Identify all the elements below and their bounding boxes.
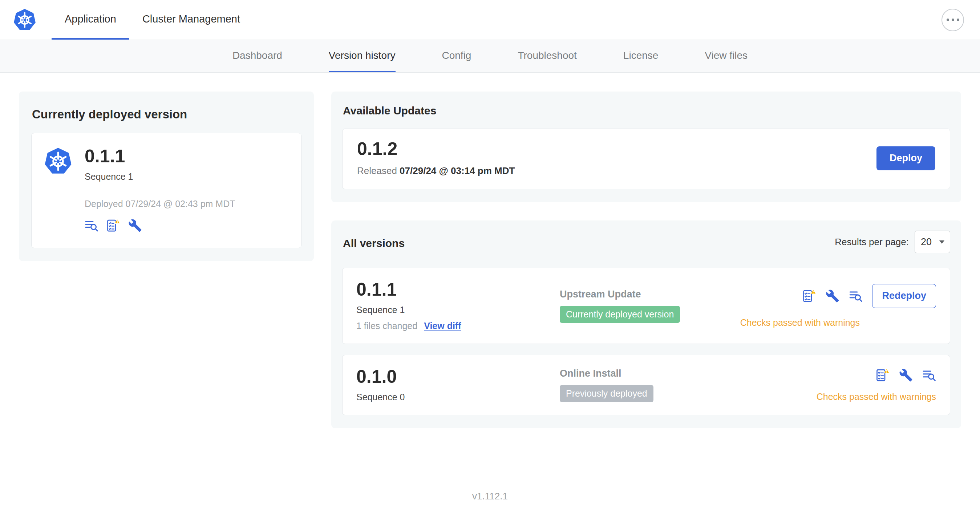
current-version-details: 0.1.1 Sequence 1 Deployed 07/29/24 @ 02:… xyxy=(84,147,235,232)
subnav-version-history[interactable]: Version history xyxy=(329,40,396,72)
status-badge: Currently deployed version xyxy=(560,306,680,323)
tab-cluster-management[interactable]: Cluster Management xyxy=(129,0,253,40)
subnav-config[interactable]: Config xyxy=(442,40,471,72)
update-released-line: Released 07/29/24 @ 03:14 pm MDT xyxy=(357,165,515,176)
current-version-title: Currently deployed version xyxy=(32,108,301,121)
row-actions: Redeploy xyxy=(802,284,936,308)
current-version-card: Currently deployed version 0.1.1 Sequenc… xyxy=(19,92,314,261)
results-per-page: Results per page: 20 xyxy=(835,231,950,253)
row-sequence: Sequence 0 xyxy=(356,392,560,402)
redeploy-button[interactable]: Redeploy xyxy=(872,284,936,308)
release-notes-icon[interactable] xyxy=(84,219,99,232)
app-logo xyxy=(13,0,36,40)
row-source-label: Online Install xyxy=(560,368,816,379)
current-version-actions xyxy=(84,219,235,232)
version-row-0-1-0: 0.1.0 Sequence 0 Online Install Previous… xyxy=(342,355,950,415)
subnav-dashboard[interactable]: Dashboard xyxy=(232,40,282,72)
right-column: Available Updates 0.1.2 Released 07/29/2… xyxy=(331,92,961,428)
top-nav: Application Cluster Management xyxy=(0,0,980,40)
row-actions-block: Redeploy Checks passed with warnings xyxy=(740,284,936,328)
config-icon[interactable] xyxy=(128,219,142,232)
more-menu-button[interactable] xyxy=(942,9,964,31)
row-version-number: 0.1.0 xyxy=(356,367,560,386)
deploy-button[interactable]: Deploy xyxy=(877,146,935,170)
row-files-line: 1 files changed View diff xyxy=(356,321,560,331)
view-diff-link[interactable]: View diff xyxy=(424,321,461,331)
update-version-number: 0.1.2 xyxy=(357,140,515,158)
preflight-checks-icon[interactable] xyxy=(107,219,120,232)
row-source-block: Upstream Update Currently deployed versi… xyxy=(560,289,740,323)
preflight-checks-icon[interactable] xyxy=(802,289,816,303)
version-row-0-1-1: 0.1.1 Sequence 1 1 files changed View di… xyxy=(342,268,950,344)
results-per-page-label: Results per page: xyxy=(835,237,909,248)
row-version-number: 0.1.1 xyxy=(356,280,560,299)
results-per-page-select-wrap: 20 xyxy=(915,231,950,253)
tab-application[interactable]: Application xyxy=(52,0,129,40)
console-version: v1.112.1 xyxy=(472,491,508,502)
kubernetes-app-icon xyxy=(44,147,72,175)
page-footer: v1.112.1 xyxy=(0,491,980,502)
row-source-block: Online Install Previously deployed xyxy=(560,368,816,402)
row-source-label: Upstream Update xyxy=(560,289,740,300)
available-updates-title: Available Updates xyxy=(343,105,950,117)
deploy-logs-icon[interactable] xyxy=(849,289,863,303)
config-icon[interactable] xyxy=(899,368,913,382)
version-rows: 0.1.1 Sequence 1 1 files changed View di… xyxy=(342,268,950,415)
available-updates-card: Available Updates 0.1.2 Released 07/29/2… xyxy=(331,92,961,202)
available-update-details: 0.1.2 Released 07/29/24 @ 03:14 pm MDT xyxy=(357,140,515,176)
status-badge: Previously deployed xyxy=(560,385,654,402)
row-actions-block: Checks passed with warnings xyxy=(816,368,936,402)
kubernetes-logo-icon xyxy=(13,8,36,32)
subnav-license[interactable]: License xyxy=(623,40,659,72)
main-content: Currently deployed version 0.1.1 Sequenc… xyxy=(0,73,980,447)
ellipsis-icon xyxy=(947,19,959,21)
top-nav-tabs: Application Cluster Management xyxy=(52,0,253,40)
all-versions-title: All versions xyxy=(343,237,405,250)
results-per-page-select[interactable]: 20 xyxy=(915,231,950,253)
all-versions-header: All versions Results per page: 20 xyxy=(342,231,950,253)
row-actions xyxy=(876,368,936,382)
current-version-number: 0.1.1 xyxy=(84,147,235,165)
current-version-inner-card: 0.1.1 Sequence 1 Deployed 07/29/24 @ 02:… xyxy=(31,133,301,248)
checks-status-text[interactable]: Checks passed with warnings xyxy=(816,391,936,402)
all-versions-card: All versions Results per page: 20 0.1.1 … xyxy=(331,221,961,428)
checks-status-text[interactable]: Checks passed with warnings xyxy=(740,318,936,328)
subnav-troubleshoot[interactable]: Troubleshoot xyxy=(518,40,576,72)
released-date: 07/29/24 @ 03:14 pm MDT xyxy=(399,165,515,176)
config-icon[interactable] xyxy=(826,289,839,303)
row-version-block: 0.1.0 Sequence 0 xyxy=(356,367,560,402)
preflight-checks-icon[interactable] xyxy=(876,368,889,382)
deploy-logs-icon[interactable] xyxy=(922,368,936,382)
subnav-view-files[interactable]: View files xyxy=(705,40,748,72)
row-sequence: Sequence 1 xyxy=(356,305,560,315)
released-label: Released xyxy=(357,165,397,176)
current-version-deployed-at: Deployed 07/29/24 @ 02:43 pm MDT xyxy=(84,199,235,209)
row-version-block: 0.1.1 Sequence 1 1 files changed View di… xyxy=(356,280,560,331)
available-update-row: 0.1.2 Released 07/29/24 @ 03:14 pm MDT D… xyxy=(342,129,950,189)
app-subnav: Dashboard Version history Config Trouble… xyxy=(0,40,980,73)
current-version-sequence: Sequence 1 xyxy=(84,172,235,182)
files-changed-label: 1 files changed xyxy=(356,321,417,331)
